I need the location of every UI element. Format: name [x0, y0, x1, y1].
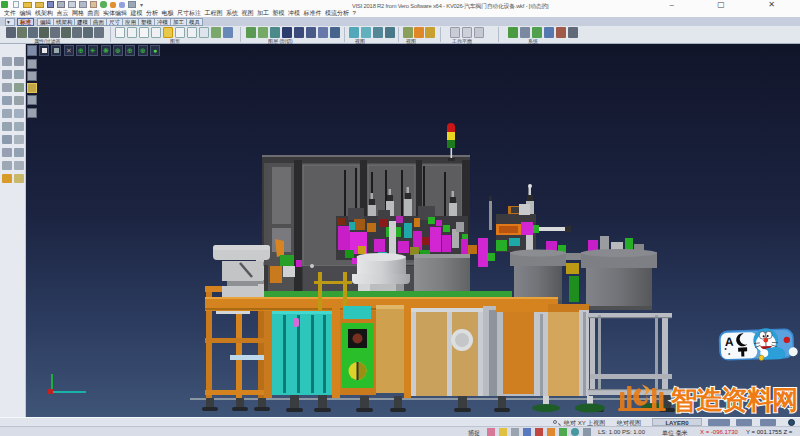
svg-text:智造资料网: 智造资料网: [670, 385, 798, 415]
svg-text:A: A: [725, 335, 734, 349]
